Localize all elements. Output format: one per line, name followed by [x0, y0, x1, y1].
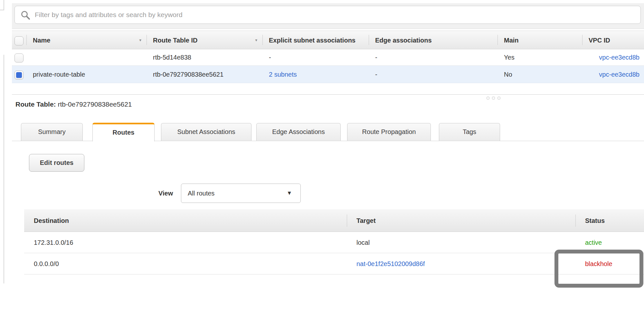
cell-main: Yes [497, 49, 582, 65]
column-header-status: Status [575, 209, 644, 232]
cell-route-table-id: rtb-0e792790838ee5621 [147, 66, 262, 83]
nat-gateway-link[interactable]: nat-0e1f2e5102009d86f [356, 260, 425, 267]
cell-edge-associations: - [369, 66, 497, 83]
left-panel-edge-lower [4, 55, 4, 283]
route-row: 0.0.0.0/0 nat-0e1f2e5102009d86f blackhol… [24, 253, 644, 274]
cell-route-table-id: rtb-5d14e838 [147, 49, 262, 65]
search-icon [21, 10, 30, 20]
view-select-value: All routes [188, 190, 214, 197]
subnets-link[interactable]: 2 subnets [269, 71, 297, 78]
filter-input[interactable] [35, 6, 638, 23]
cell-target: local [347, 232, 575, 253]
column-header-edge-associations-label: Edge associations [375, 37, 432, 44]
left-panel-edge-cap [0, 10, 4, 10]
detail-title-label: Route Table: [15, 100, 56, 108]
tab-subnet-associations[interactable]: Subnet Associations [161, 123, 251, 141]
column-header-target: Target [347, 209, 575, 232]
tab-summary[interactable]: Summary [21, 123, 83, 141]
route-tables-table-header: Name ▾ Route Table ID ▾ Explicit subnet … [12, 31, 644, 49]
resize-dot [492, 97, 495, 100]
detail-title-value: rtb-0e792790838ee5621 [58, 100, 132, 108]
cell-explicit-subnet: - [262, 49, 369, 65]
column-header-route-table-id-label: Route Table ID [153, 37, 198, 44]
column-header-explicit-subnet[interactable]: Explicit subnet associations [262, 31, 369, 49]
row-checkbox[interactable] [14, 53, 24, 62]
row-checkbox-checked[interactable] [14, 71, 24, 80]
sort-arrow-icon[interactable]: ▾ [139, 31, 141, 49]
panel-divider [12, 94, 644, 95]
cell-status: blackhole [575, 253, 644, 274]
column-header-name[interactable]: Name ▾ [26, 31, 147, 49]
select-all-checkbox[interactable] [14, 36, 24, 45]
column-header-main-label: Main [504, 37, 519, 44]
route-tables-table: Name ▾ Route Table ID ▾ Explicit subnet … [12, 31, 644, 83]
cell-name: private-route-table [26, 66, 147, 83]
edit-routes-button[interactable]: Edit routes [29, 154, 84, 172]
column-header-explicit-subnet-label: Explicit subnet associations [269, 31, 355, 49]
filter-box[interactable] [14, 6, 641, 24]
view-select[interactable]: All routes ▼ [181, 184, 301, 203]
panel-resize-handle[interactable] [487, 95, 506, 99]
tab-tags[interactable]: Tags [439, 123, 500, 141]
tab-routes[interactable]: Routes [92, 123, 155, 141]
routes-table-header: Destination Target Status [24, 209, 644, 232]
column-header-main[interactable]: Main [497, 31, 582, 49]
route-row: 172.31.0.0/16 local active [24, 232, 644, 253]
resize-dot [497, 97, 500, 100]
routes-table: Destination Target Status 172.31.0.0/16 … [24, 209, 644, 274]
tab-route-propagation[interactable]: Route Propagation [347, 123, 431, 141]
vpc-id-link[interactable]: vpc-ee3ecd8b [599, 54, 639, 61]
column-header-vpc-id-label: VPC ID [589, 37, 610, 44]
view-label: View [158, 184, 173, 203]
cell-destination: 172.31.0.0/16 [24, 232, 347, 253]
sort-arrow-icon[interactable]: ▾ [255, 31, 257, 49]
route-tables-page: Name ▾ Route Table ID ▾ Explicit subnet … [0, 0, 644, 315]
cell-destination: 0.0.0.0/0 [24, 253, 347, 274]
cell-name [26, 49, 147, 65]
vpc-id-link[interactable]: vpc-ee3ecd8b [599, 71, 639, 78]
cell-main: No [497, 66, 582, 83]
resize-dot [487, 97, 489, 100]
left-panel-edge [4, 0, 4, 10]
filter-toolbar [12, 3, 644, 29]
column-header-destination: Destination [24, 209, 347, 232]
table-row[interactable]: rtb-5d14e838 - - Yes vpc-ee3ecd8b [12, 49, 644, 66]
column-header-edge-associations[interactable]: Edge associations [369, 31, 497, 49]
table-row-selected[interactable]: private-route-table rtb-0e792790838ee562… [12, 66, 644, 83]
tab-edge-associations[interactable]: Edge Associations [256, 123, 341, 141]
detail-panel-title: Route Table: rtb-0e792790838ee5621 [15, 100, 132, 108]
column-header-route-table-id[interactable]: Route Table ID ▾ [147, 31, 262, 49]
column-header-name-label: Name [33, 37, 50, 44]
chevron-down-icon: ▼ [287, 184, 292, 203]
column-header-vpc-id[interactable]: VPC ID [582, 31, 644, 49]
cell-edge-associations: - [369, 49, 497, 65]
cell-status: active [575, 232, 644, 253]
